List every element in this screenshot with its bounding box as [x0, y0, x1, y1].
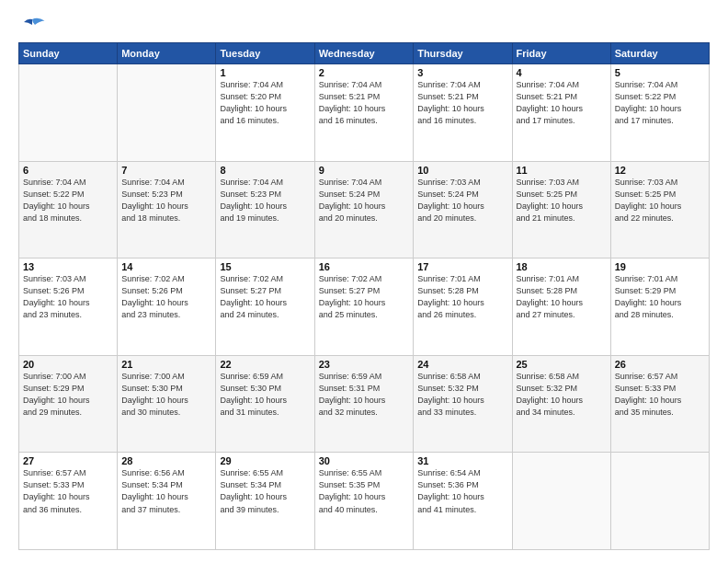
- calendar-cell: 26Sunrise: 6:57 AM Sunset: 5:33 PM Dayli…: [610, 355, 709, 453]
- calendar-cell: [610, 453, 709, 550]
- calendar-cell: 19Sunrise: 7:01 AM Sunset: 5:29 PM Dayli…: [610, 259, 709, 356]
- day-number: 3: [417, 67, 507, 78]
- day-info: Sunrise: 6:59 AM Sunset: 5:31 PM Dayligh…: [319, 371, 409, 419]
- calendar-cell: 7Sunrise: 7:04 AM Sunset: 5:23 PM Daylig…: [118, 161, 216, 259]
- calendar-cell: 31Sunrise: 6:54 AM Sunset: 5:36 PM Dayli…: [414, 453, 512, 550]
- day-info: Sunrise: 6:57 AM Sunset: 5:33 PM Dayligh…: [615, 371, 705, 419]
- day-number: 5: [615, 67, 705, 78]
- calendar-cell: 15Sunrise: 7:02 AM Sunset: 5:27 PM Dayli…: [216, 259, 314, 356]
- calendar-cell: [118, 64, 216, 162]
- day-info: Sunrise: 7:04 AM Sunset: 5:24 PM Dayligh…: [319, 177, 409, 224]
- week-row-4: 20Sunrise: 7:00 AM Sunset: 5:29 PM Dayli…: [19, 355, 710, 453]
- calendar-cell: 20Sunrise: 7:00 AM Sunset: 5:29 PM Dayli…: [19, 355, 118, 453]
- calendar-cell: 30Sunrise: 6:55 AM Sunset: 5:35 PM Dayli…: [314, 453, 413, 550]
- day-info: Sunrise: 6:55 AM Sunset: 5:35 PM Dayligh…: [319, 467, 409, 515]
- day-number: 12: [615, 165, 705, 176]
- day-number: 17: [417, 261, 507, 272]
- day-info: Sunrise: 7:04 AM Sunset: 5:23 PM Dayligh…: [220, 177, 310, 224]
- week-row-1: 1Sunrise: 7:04 AM Sunset: 5:20 PM Daylig…: [19, 64, 710, 162]
- calendar-cell: 29Sunrise: 6:55 AM Sunset: 5:34 PM Dayli…: [216, 453, 314, 550]
- weekday-header-sunday: Sunday: [19, 43, 118, 64]
- day-info: Sunrise: 7:04 AM Sunset: 5:20 PM Dayligh…: [220, 79, 310, 127]
- day-number: 27: [23, 455, 113, 466]
- day-number: 22: [220, 359, 310, 370]
- header: [18, 17, 710, 33]
- calendar-cell: 22Sunrise: 6:59 AM Sunset: 5:30 PM Dayli…: [216, 355, 314, 453]
- weekday-header-saturday: Saturday: [610, 43, 709, 64]
- calendar-cell: 4Sunrise: 7:04 AM Sunset: 5:21 PM Daylig…: [512, 64, 610, 162]
- page: SundayMondayTuesdayWednesdayThursdayFrid…: [0, 0, 728, 563]
- day-number: 6: [23, 165, 113, 176]
- day-info: Sunrise: 6:59 AM Sunset: 5:30 PM Dayligh…: [220, 371, 310, 419]
- calendar-cell: 18Sunrise: 7:01 AM Sunset: 5:28 PM Dayli…: [512, 259, 610, 356]
- calendar-cell: 9Sunrise: 7:04 AM Sunset: 5:24 PM Daylig…: [314, 161, 413, 259]
- day-info: Sunrise: 7:02 AM Sunset: 5:26 PM Dayligh…: [121, 273, 211, 321]
- day-info: Sunrise: 7:03 AM Sunset: 5:25 PM Dayligh…: [517, 177, 607, 224]
- day-number: 16: [319, 261, 409, 272]
- day-info: Sunrise: 6:54 AM Sunset: 5:36 PM Dayligh…: [417, 467, 507, 515]
- day-info: Sunrise: 7:00 AM Sunset: 5:30 PM Dayligh…: [121, 371, 211, 419]
- calendar-table: SundayMondayTuesdayWednesdayThursdayFrid…: [18, 42, 710, 550]
- week-row-2: 6Sunrise: 7:04 AM Sunset: 5:22 PM Daylig…: [19, 161, 710, 259]
- calendar-cell: 2Sunrise: 7:04 AM Sunset: 5:21 PM Daylig…: [314, 64, 413, 162]
- week-row-3: 13Sunrise: 7:03 AM Sunset: 5:26 PM Dayli…: [19, 259, 710, 356]
- day-number: 14: [121, 261, 211, 272]
- day-info: Sunrise: 7:02 AM Sunset: 5:27 PM Dayligh…: [319, 273, 409, 321]
- day-info: Sunrise: 6:55 AM Sunset: 5:34 PM Dayligh…: [220, 467, 310, 515]
- calendar-cell: [19, 64, 118, 162]
- day-number: 26: [615, 359, 705, 370]
- calendar-cell: 13Sunrise: 7:03 AM Sunset: 5:26 PM Dayli…: [19, 259, 118, 356]
- calendar-cell: 1Sunrise: 7:04 AM Sunset: 5:20 PM Daylig…: [216, 64, 314, 162]
- day-number: 2: [319, 67, 409, 78]
- calendar-cell: 11Sunrise: 7:03 AM Sunset: 5:25 PM Dayli…: [512, 161, 610, 259]
- calendar-cell: 27Sunrise: 6:57 AM Sunset: 5:33 PM Dayli…: [19, 453, 118, 550]
- weekday-header-friday: Friday: [512, 43, 610, 64]
- day-info: Sunrise: 7:00 AM Sunset: 5:29 PM Dayligh…: [23, 371, 113, 419]
- weekday-header-tuesday: Tuesday: [216, 43, 314, 64]
- day-number: 8: [220, 165, 310, 176]
- calendar-cell: 6Sunrise: 7:04 AM Sunset: 5:22 PM Daylig…: [19, 161, 118, 259]
- day-number: 24: [417, 359, 507, 370]
- day-info: Sunrise: 7:03 AM Sunset: 5:26 PM Dayligh…: [23, 273, 113, 321]
- weekday-header-thursday: Thursday: [414, 43, 512, 64]
- weekday-header-wednesday: Wednesday: [314, 43, 413, 64]
- day-info: Sunrise: 6:56 AM Sunset: 5:34 PM Dayligh…: [121, 467, 211, 515]
- day-number: 7: [121, 165, 211, 176]
- day-number: 29: [220, 455, 310, 466]
- calendar-cell: 3Sunrise: 7:04 AM Sunset: 5:21 PM Daylig…: [414, 64, 512, 162]
- calendar-cell: 28Sunrise: 6:56 AM Sunset: 5:34 PM Dayli…: [118, 453, 216, 550]
- calendar-cell: 21Sunrise: 7:00 AM Sunset: 5:30 PM Dayli…: [118, 355, 216, 453]
- day-number: 11: [517, 165, 607, 176]
- calendar-cell: 12Sunrise: 7:03 AM Sunset: 5:25 PM Dayli…: [610, 161, 709, 259]
- day-number: 21: [121, 359, 211, 370]
- day-info: Sunrise: 7:04 AM Sunset: 5:22 PM Dayligh…: [23, 177, 113, 224]
- day-info: Sunrise: 7:01 AM Sunset: 5:28 PM Dayligh…: [417, 273, 507, 321]
- calendar-cell: 5Sunrise: 7:04 AM Sunset: 5:22 PM Daylig…: [610, 64, 709, 162]
- weekday-header-monday: Monday: [118, 43, 216, 64]
- day-number: 31: [417, 455, 507, 466]
- day-number: 25: [517, 359, 607, 370]
- day-info: Sunrise: 6:58 AM Sunset: 5:32 PM Dayligh…: [517, 371, 607, 419]
- day-info: Sunrise: 7:04 AM Sunset: 5:22 PM Dayligh…: [615, 79, 705, 127]
- day-number: 18: [517, 261, 607, 272]
- calendar-cell: 10Sunrise: 7:03 AM Sunset: 5:24 PM Dayli…: [414, 161, 512, 259]
- day-number: 28: [121, 455, 211, 466]
- day-number: 23: [319, 359, 409, 370]
- calendar-cell: 17Sunrise: 7:01 AM Sunset: 5:28 PM Dayli…: [414, 259, 512, 356]
- day-number: 19: [615, 261, 705, 272]
- day-number: 4: [517, 67, 607, 78]
- day-info: Sunrise: 6:57 AM Sunset: 5:33 PM Dayligh…: [23, 467, 113, 515]
- calendar-cell: 23Sunrise: 6:59 AM Sunset: 5:31 PM Dayli…: [314, 355, 413, 453]
- day-info: Sunrise: 7:03 AM Sunset: 5:24 PM Dayligh…: [417, 177, 507, 224]
- day-number: 13: [23, 261, 113, 272]
- day-number: 15: [220, 261, 310, 272]
- day-info: Sunrise: 7:04 AM Sunset: 5:23 PM Dayligh…: [121, 177, 211, 224]
- calendar-cell: [512, 453, 610, 550]
- day-info: Sunrise: 7:02 AM Sunset: 5:27 PM Dayligh…: [220, 273, 310, 321]
- day-info: Sunrise: 6:58 AM Sunset: 5:32 PM Dayligh…: [417, 371, 507, 419]
- day-number: 1: [220, 67, 310, 78]
- day-info: Sunrise: 7:01 AM Sunset: 5:28 PM Dayligh…: [517, 273, 607, 321]
- day-number: 30: [319, 455, 409, 466]
- calendar-cell: 14Sunrise: 7:02 AM Sunset: 5:26 PM Dayli…: [118, 259, 216, 356]
- week-row-5: 27Sunrise: 6:57 AM Sunset: 5:33 PM Dayli…: [19, 453, 710, 550]
